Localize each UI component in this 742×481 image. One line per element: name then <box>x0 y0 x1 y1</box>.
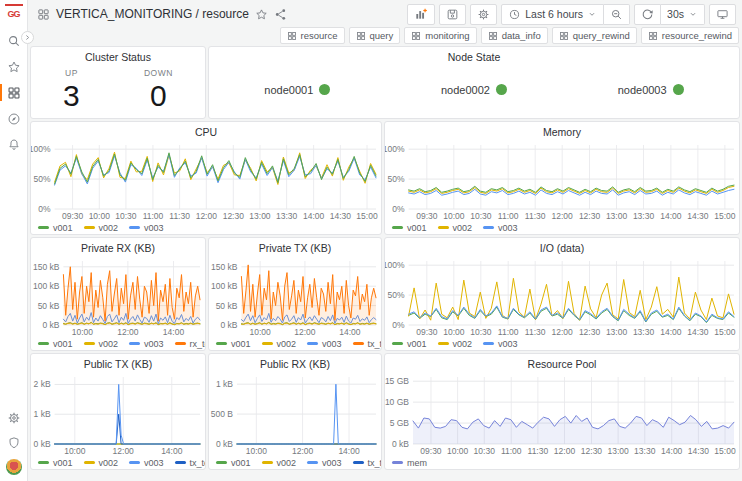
legend-item-v001[interactable]: v001 <box>392 223 427 233</box>
node-item: node0002 <box>441 84 507 96</box>
refresh-button[interactable] <box>634 4 661 25</box>
dashboard-link-resource_rewind[interactable]: resource_rewind <box>641 27 739 44</box>
io-chart[interactable]: 09:3010:0010:3011:0011:3012:0012:3013:00… <box>385 256 739 337</box>
monitor-icon <box>716 8 729 21</box>
panel-title[interactable]: Private TX (KB) <box>209 241 381 256</box>
panel-title[interactable]: Memory <box>385 125 739 140</box>
star-dashboard-button[interactable] <box>255 8 268 21</box>
legend-item-v002[interactable]: v002 <box>84 458 119 468</box>
time-range-picker[interactable]: Last 6 hours <box>501 4 604 25</box>
memory-chart[interactable]: 09:3010:0010:3011:0011:3012:0012:3013:00… <box>385 140 739 221</box>
panel-title[interactable]: Private RX (KB) <box>31 241 205 256</box>
legend-item-rx_total[interactable]: rx_total <box>175 339 206 349</box>
legend-item-v003[interactable]: v003 <box>129 458 164 468</box>
dashboard-link-label: query <box>370 30 394 41</box>
dashboard-link-label: resource_rewind <box>662 30 732 41</box>
share-dashboard-button[interactable] <box>274 8 287 21</box>
legend-item-v001[interactable]: v001 <box>216 339 251 349</box>
panel-title[interactable]: Public RX (KB) <box>209 357 381 372</box>
svg-text:09:30: 09:30 <box>416 327 438 337</box>
svg-text:11:00: 11:00 <box>501 446 522 456</box>
legend-item-v002[interactable]: v002 <box>262 458 297 468</box>
legend-item-v001[interactable]: v001 <box>392 339 427 349</box>
legend-item-tx_total[interactable]: tx_total <box>175 458 206 468</box>
dashboard-link-query[interactable]: query <box>349 27 401 44</box>
legend-label: rx_total <box>190 339 206 349</box>
sidebar-item-configuration[interactable] <box>6 409 22 426</box>
panel-title[interactable]: Cluster Status <box>31 50 205 65</box>
legend-item-v003[interactable]: v003 <box>483 339 518 349</box>
svg-text:2 kB: 2 kB <box>34 379 51 389</box>
node-name: node0001 <box>264 84 313 96</box>
add-panel-button[interactable] <box>407 4 435 25</box>
legend-label: v002 <box>99 223 119 233</box>
chart-legend: v001v002v003rx_total <box>31 337 205 350</box>
dashboard-settings-button[interactable] <box>470 4 497 25</box>
sidebar-item-server-admin[interactable] <box>6 434 22 451</box>
dashboard-link-monitoring[interactable]: monitoring <box>404 27 476 44</box>
sidebar-item-explore[interactable] <box>0 110 27 127</box>
svg-text:12:00: 12:00 <box>113 446 135 456</box>
legend-item-v003[interactable]: v003 <box>483 223 518 233</box>
legend-item-v002[interactable]: v002 <box>84 339 119 349</box>
svg-text:13:00: 13:00 <box>606 327 628 337</box>
legend-item-v001[interactable]: v001 <box>38 339 73 349</box>
save-dashboard-button[interactable] <box>439 4 466 25</box>
panel-title[interactable]: Resource Pool <box>385 357 739 372</box>
legend-label: tx_total <box>190 458 206 468</box>
legend-color-marker <box>483 226 494 229</box>
legend-item-v003[interactable]: v003 <box>307 339 342 349</box>
legend-item-tx_total[interactable]: tx_total <box>353 339 382 349</box>
sidebar-item-starred[interactable] <box>0 58 27 75</box>
kiosk-mode-button[interactable] <box>709 4 736 25</box>
sidebar-item-dashboards[interactable] <box>0 84 27 101</box>
legend-label: v002 <box>99 339 119 349</box>
svg-text:12:30: 12:30 <box>581 446 603 456</box>
dashboard-link-data_info[interactable]: data_info <box>481 27 548 44</box>
legend-item-v002[interactable]: v002 <box>262 339 297 349</box>
legend-item-v001[interactable]: v001 <box>216 458 251 468</box>
private-rx-chart[interactable]: 10:0012:0014:000 kB50 kB100 kB150 kB <box>31 256 205 337</box>
svg-text:12:30: 12:30 <box>579 327 601 337</box>
panel-title[interactable]: I/O (data) <box>385 241 739 256</box>
user-avatar[interactable] <box>6 459 22 475</box>
legend-item-v003[interactable]: v003 <box>307 458 342 468</box>
zoom-out-icon <box>610 8 623 21</box>
legend-item-v001[interactable]: v001 <box>38 458 73 468</box>
legend-label: tx_total <box>368 339 382 349</box>
svg-text:10:00: 10:00 <box>72 327 94 337</box>
dashboard-link-resource[interactable]: resource <box>280 27 345 44</box>
svg-text:1 kB: 1 kB <box>216 379 233 389</box>
svg-text:14:00: 14:00 <box>661 446 683 456</box>
node-status-up-dot <box>496 84 507 95</box>
dashboard-title[interactable]: VERTICA_MONITORING / resource <box>56 7 249 21</box>
org-logo-icon[interactable]: GG <box>5 4 23 22</box>
legend-item-v002[interactable]: v002 <box>84 223 119 233</box>
dashboard-link-query_rewind[interactable]: query_rewind <box>552 27 637 44</box>
panel-title[interactable]: Public TX (KB) <box>31 357 205 372</box>
resource-pool-chart[interactable]: 09:3010:0010:3011:0011:3012:0012:3013:00… <box>385 372 739 456</box>
legend-item-v002[interactable]: v002 <box>438 339 473 349</box>
private-tx-chart[interactable]: 10:0012:0014:000 kB50 kB100 kB150 kB <box>209 256 381 337</box>
refresh-interval-dropdown[interactable]: 30s <box>661 4 705 25</box>
legend-item-v003[interactable]: v003 <box>129 339 164 349</box>
public-rx-chart[interactable]: 10:0012:0014:000 kB500 B1 kB <box>209 372 381 456</box>
dashboard-grid-icon <box>559 31 569 41</box>
panel-title[interactable]: CPU <box>31 125 381 140</box>
svg-text:10:30: 10:30 <box>470 327 492 337</box>
sidebar-expand-button[interactable] <box>21 31 34 44</box>
legend-item-mem[interactable]: mem <box>392 458 427 468</box>
legend-item-v003[interactable]: v003 <box>129 223 164 233</box>
time-range-label: Last 6 hours <box>525 8 583 20</box>
legend-item-v002[interactable]: v002 <box>438 223 473 233</box>
refresh-interval-label: 30s <box>667 8 684 20</box>
legend-item-v001[interactable]: v001 <box>38 223 73 233</box>
public-tx-chart[interactable]: 10:0012:0014:000 kB1 kB2 kB <box>31 372 205 456</box>
legend-color-marker <box>129 461 140 464</box>
legend-item-tx_total[interactable]: tx_total <box>353 458 382 468</box>
svg-text:15:00: 15:00 <box>714 211 736 221</box>
panel-title[interactable]: Node State <box>209 50 739 65</box>
cpu-chart[interactable]: 09:3010:0010:3011:0011:3012:0012:3013:00… <box>31 140 381 221</box>
sidebar-item-alerting[interactable] <box>0 136 27 153</box>
zoom-out-time-button[interactable] <box>604 4 630 25</box>
